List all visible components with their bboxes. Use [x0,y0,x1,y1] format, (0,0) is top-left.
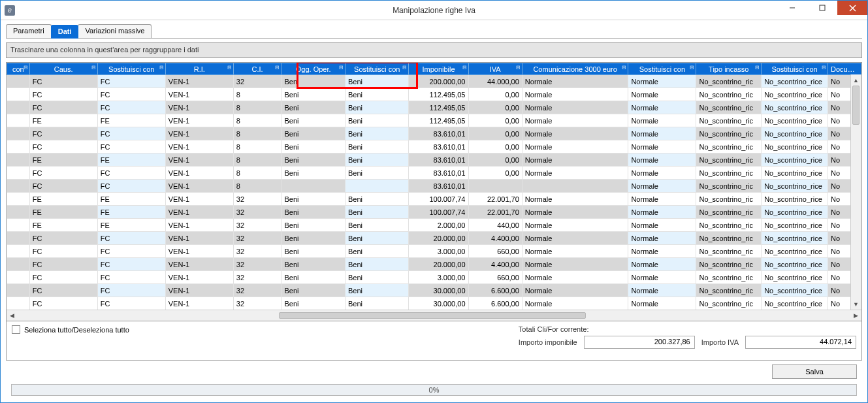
grid-cell[interactable]: FE [97,219,165,232]
grid-cell[interactable]: 0,00 [468,167,522,180]
grid-cell[interactable]: 440,00 [468,219,522,232]
grid-cell[interactable]: 0,00 [468,114,522,127]
grid-cell[interactable]: No_scontrino_rice [762,127,828,140]
grid-cell[interactable]: VEN-1 [165,101,233,114]
grid-cell[interactable]: Normale [628,245,696,258]
scroll-up-icon[interactable]: ▲ [851,74,861,86]
grid-cell[interactable] [7,193,30,206]
col-sostituisci-caus[interactable]: Sostituisci con⊟ [97,63,165,75]
table-row[interactable]: FEFEVEN-18BeniBeni112.495,050,00NormaleN… [7,114,861,127]
grid-cell[interactable]: 44.000,00 [468,75,522,88]
grid-cell[interactable]: No_scontrino_ric [696,101,762,114]
grid-cell[interactable]: Beni [281,88,346,101]
save-button[interactable]: Salva [772,364,857,379]
grid-cell[interactable]: 32 [233,206,281,219]
grid-cell[interactable]: Beni [281,258,346,271]
grid-cell[interactable]: 32 [233,219,281,232]
grid-cell[interactable]: VEN-1 [165,206,233,219]
grid-cell[interactable]: Beni [345,75,409,88]
grid-cell[interactable]: FC [97,297,165,310]
grid-cell[interactable]: 32 [233,284,281,297]
grid-cell[interactable]: FC [29,258,97,271]
horizontal-scrollbar[interactable]: ◀ ▶ [7,310,861,321]
grid-cell[interactable]: Beni [281,297,346,310]
grid-cell[interactable]: Normale [522,75,628,88]
tab-dati[interactable]: Dati [51,25,79,39]
grid-cell[interactable]: No_scontrino_ric [696,232,762,245]
grid-cell[interactable]: No_scontrino_rice [762,140,828,153]
grid-cell[interactable]: Normale [522,114,628,127]
grid-cell[interactable] [281,180,346,193]
grid-cell[interactable]: Beni [345,219,409,232]
grid-cell[interactable]: Normale [628,206,696,219]
grid-cell[interactable]: VEN-1 [165,88,233,101]
grid-cell[interactable]: 20.000,00 [409,232,468,245]
table-row[interactable]: FCFCVEN-18BeniBeni112.495,050,00NormaleN… [7,101,861,114]
grid-cell[interactable]: VEN-1 [165,258,233,271]
grid-cell[interactable]: No_scontrino_ric [696,297,762,310]
vertical-scroll-thumb[interactable] [852,86,860,125]
grid-cell[interactable]: FC [97,180,165,193]
table-row[interactable]: FCFCVEN-132BeniBeni30.000,006.600,00Norm… [7,284,861,297]
grid-cell[interactable]: 660,00 [468,245,522,258]
grid-cell[interactable]: FC [29,245,97,258]
grid-cell[interactable]: No_scontrino_ric [696,271,762,284]
grid-cell[interactable]: 83.610,01 [409,153,468,167]
grid-cell[interactable]: Beni [281,75,346,88]
grid-cell[interactable] [7,180,30,193]
grid-cell[interactable]: No_scontrino_rice [762,258,828,271]
grid-cell[interactable]: No_scontrino_ric [696,140,762,153]
grid-cell[interactable]: 8 [233,101,281,114]
grid-cell[interactable]: FC [29,140,97,153]
grid-cell[interactable] [7,101,30,114]
grid-cell[interactable]: Beni [345,297,409,310]
grid-cell[interactable]: FE [29,153,97,167]
grid-cell[interactable]: No_scontrino_ric [696,127,762,140]
grid-cell[interactable]: Beni [345,114,409,127]
grid-cell[interactable]: 4.400,00 [468,258,522,271]
grid-cell[interactable]: Normale [522,101,628,114]
grid-cell[interactable]: 660,00 [468,271,522,284]
grid-cell[interactable]: Beni [281,284,346,297]
grid-cell[interactable]: No_scontrino_ric [696,167,762,180]
grid-cell[interactable]: FC [29,284,97,297]
group-drop-area[interactable]: Trascinare una colonna in quest'area per… [6,42,862,58]
grid-cell[interactable]: Normale [522,232,628,245]
grid-cell[interactable]: VEN-1 [165,232,233,245]
grid-cell[interactable]: FC [29,127,97,140]
grid-cell[interactable]: Normale [522,245,628,258]
grid-cell[interactable]: 200.000,00 [409,75,468,88]
grid-cell[interactable]: VEN-1 [165,114,233,127]
grid-cell[interactable]: Normale [522,219,628,232]
grid-cell[interactable]: No_scontrino_rice [762,219,828,232]
scroll-right-icon[interactable]: ▶ [850,311,861,321]
grid-cell[interactable]: 32 [233,75,281,88]
grid-cell[interactable]: 100.007,74 [409,206,468,219]
grid-cell[interactable]: FC [97,271,165,284]
grid-cell[interactable]: FC [97,75,165,88]
grid-cell[interactable]: 0,00 [468,88,522,101]
grid-cell[interactable]: 32 [233,271,281,284]
grid-cell[interactable]: FC [97,167,165,180]
grid-cell[interactable]: Beni [345,232,409,245]
grid-cell[interactable]: No_scontrino_ric [696,193,762,206]
grid-cell[interactable]: FE [29,114,97,127]
grid-cell[interactable]: 6.600,00 [468,297,522,310]
grid-cell[interactable]: Normale [628,167,696,180]
grid-cell[interactable]: Beni [345,245,409,258]
grid-cell[interactable]: No_scontrino_rice [762,75,828,88]
grid-cell[interactable]: FC [29,167,97,180]
table-row[interactable]: FCFCVEN-18BeniBeni83.610,010,00NormaleNo… [7,127,861,140]
table-row[interactable]: FCFCVEN-132BeniBeni20.000,004.400,00Norm… [7,232,861,245]
tab-variazioni-massive[interactable]: Variazioni massive [78,24,152,38]
grid-cell[interactable] [7,284,30,297]
grid-cell[interactable]: Normale [628,101,696,114]
grid-cell[interactable]: Beni [281,219,346,232]
grid-cell[interactable]: 32 [233,258,281,271]
grid-cell[interactable]: Normale [628,219,696,232]
grid-cell[interactable]: 32 [233,232,281,245]
grid-cell[interactable]: Beni [281,245,346,258]
grid-cell[interactable]: Normale [628,258,696,271]
grid-cell[interactable]: FE [97,114,165,127]
grid-cell[interactable]: 83.610,01 [409,167,468,180]
